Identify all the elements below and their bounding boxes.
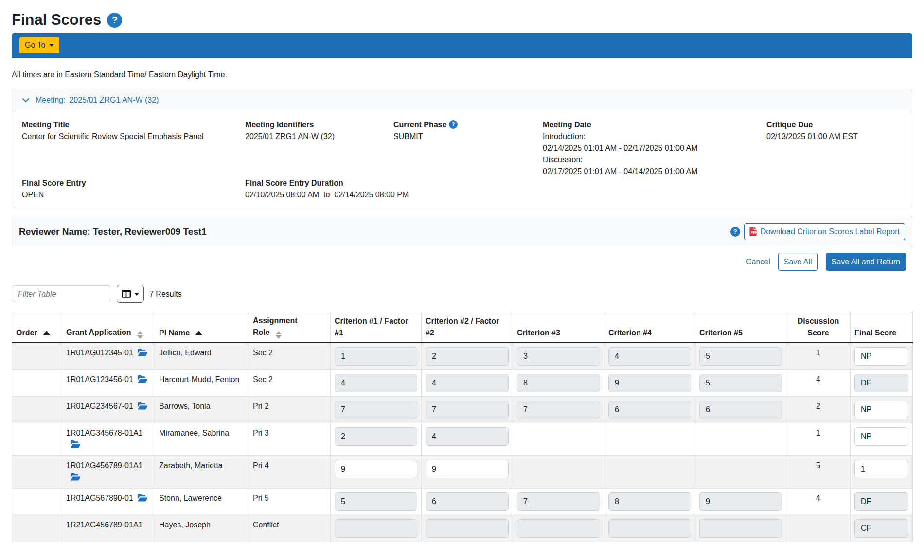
folder-open-icon[interactable] [137,375,147,386]
meeting-panel-body: Meeting Title Center for Scientific Revi… [12,111,912,207]
criterion-3-input [517,519,600,538]
criterion-2-input[interactable] [426,460,509,478]
column-header-role[interactable]: Assignment Role [249,312,331,343]
criterion-4-cell [604,370,695,397]
pdf-file-icon [749,227,757,236]
top-nav-bar: Go To [12,33,912,58]
assignment-role-cell: Sec 2 [249,343,331,370]
final-score-input [854,519,908,538]
order-cell [12,515,62,542]
page-help-icon[interactable]: ? [107,13,122,28]
meeting-date-label: Meeting Date [543,119,766,131]
column-header-pi[interactable]: PI Name [155,312,249,343]
pi-name-cell: Harcourt-Mudd, Fenton [155,370,249,397]
field-final-score-entry: Final Score Entry OPEN [22,177,245,201]
criterion-4-input [608,374,691,392]
criterion-2-input [426,492,509,511]
criterion-2-cell [422,370,513,397]
table-row: 1R01AG345678-01A1Miramanee, SabrinaPri 3… [12,423,913,456]
column-header-final: Final Score [851,312,913,343]
current-phase-help-icon[interactable]: ? [449,120,458,129]
final-score-input[interactable] [854,427,908,446]
criterion-1-input [335,519,417,538]
criterion-2-cell [422,456,513,489]
criterion-5-cell [695,456,786,489]
discussion-score-cell: 1 [786,343,851,370]
criterion-3-cell [513,456,604,489]
meeting-fields-grid: Meeting Title Center for Scientific Revi… [22,119,902,201]
column-picker-button[interactable] [117,285,144,303]
table-row: 1R01AG123456-01Harcourt-Mudd, FentonSec … [12,370,913,397]
current-phase-value: SUBMIT [393,131,543,142]
grant-application-cell: 1R01AG567890-01 [62,489,155,515]
folder-open-icon[interactable] [137,493,147,505]
criterion-5-cell [695,423,786,456]
final-score-input[interactable] [854,401,908,419]
field-final-score-entry-duration: Final Score Entry Duration 02/10/2025 08… [245,177,902,201]
pi-name-cell: Jellico, Edward [155,343,249,370]
final-score-entry-duration-label: Final Score Entry Duration [245,177,902,189]
criterion-1-cell [331,343,422,370]
criterion-2-input [426,427,509,446]
criterion-3-input [517,492,600,511]
criterion-3-input [517,401,600,419]
field-critique-due: Critique Due 02/13/2025 01:00 AM EST [766,119,902,177]
column-label-c2: Criterion #2 / Factor #2 [426,317,499,337]
folder-open-icon[interactable] [70,472,80,484]
criterion-4-cell [604,397,695,423]
criterion-5-cell [695,489,786,515]
grant-application-number: 1R01AG567890-01 [66,494,133,502]
criterion-5-cell [695,343,786,370]
meeting-date-value: Introduction: 02/14/2025 01:01 AM - 02/1… [543,131,766,177]
table-row: 1R01AG012345-01Jellico, EdwardSec 21 [12,343,913,370]
final-score-input[interactable] [854,347,908,366]
assignment-role-cell: Sec 2 [249,370,331,397]
meeting-toggle-label: Meeting: [36,94,65,106]
criterion-2-input [426,347,509,366]
meeting-name: 2025/01 ZRG1 AN-W (32) [69,94,159,106]
grant-application-number: 1R01AG345678-01A1 [66,429,142,437]
column-header-order[interactable]: Order [12,312,62,343]
pi-name-cell: Barrows, Tonia [155,397,249,423]
field-meeting-identifiers: Meeting Identifiers 2025/01 ZRG1 AN-W (3… [245,119,393,177]
folder-open-icon[interactable] [137,348,147,360]
download-help-icon[interactable]: ? [730,227,740,237]
discussion-score-cell: 2 [786,397,851,423]
reviewer-bar-right: ? Download Criterion Scores Label Report [730,223,905,240]
column-header-grant[interactable]: Grant Application [62,312,155,343]
save-all-button[interactable]: Save All [778,253,818,271]
column-label-c4: Criterion #4 [608,329,652,337]
meeting-panel-toggle[interactable]: Meeting: 2025/01 ZRG1 AN-W (32) [12,89,912,111]
grant-application-cell: 1R21AG456789-01A1 [62,515,155,542]
column-header-c5: Criterion #5 [695,312,786,343]
grant-application-cell: 1R01AG012345-01 [62,343,155,370]
column-header-disc: Discussion Score [786,312,851,343]
folder-open-icon[interactable] [137,402,147,413]
criterion-4-cell [604,343,695,370]
caret-down-icon [134,293,139,296]
criterion-2-cell [422,423,513,456]
download-criterion-scores-button[interactable]: Download Criterion Scores Label Report [744,223,905,240]
criterion-3-cell [513,397,604,423]
meeting-identifiers-label: Meeting Identifiers [245,119,393,131]
order-cell [12,370,62,397]
final-score-input[interactable] [854,460,908,478]
discussion-score-cell: 4 [786,370,851,397]
criterion-2-input [426,519,509,538]
criterion-1-cell [331,423,422,456]
folder-open-icon[interactable] [70,440,80,452]
criterion-1-input[interactable] [335,460,417,478]
discussion-score-cell [786,515,851,542]
save-all-and-return-button[interactable]: Save All and Return [826,253,906,271]
criterion-5-input [699,492,782,511]
go-to-button[interactable]: Go To [19,37,59,53]
grant-application-cell: 1R01AG345678-01A1 [62,423,155,456]
grant-application-cell: 1R01AG456789-01A1 [62,456,155,489]
critique-due-label: Critique Due [766,119,902,131]
cancel-button[interactable]: Cancel [746,258,770,266]
criterion-5-input [699,347,782,366]
filter-table-input[interactable] [12,285,110,302]
field-meeting-title: Meeting Title Center for Scientific Revi… [22,119,245,177]
column-label-c1: Criterion #1 / Factor #1 [335,317,408,337]
final-score-cell [851,397,913,423]
